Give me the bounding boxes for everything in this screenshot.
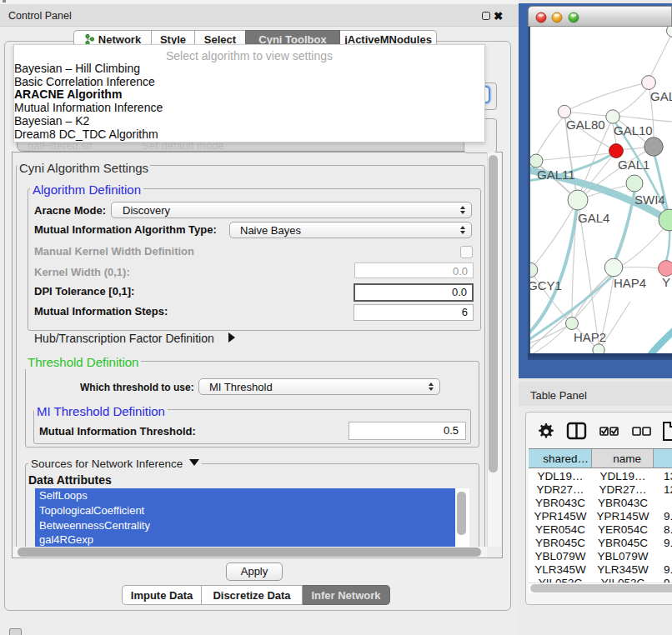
svg-text:GAL10: GAL10 xyxy=(614,123,653,138)
svg-text:GAL4: GAL4 xyxy=(578,211,609,225)
svg-text:HAP2: HAP2 xyxy=(574,330,606,344)
svg-text:GAL11: GAL11 xyxy=(537,168,575,182)
svg-text:HAP4: HAP4 xyxy=(614,276,646,290)
svg-text:Y: Y xyxy=(662,275,670,289)
svg-text:SWI4: SWI4 xyxy=(634,192,665,207)
svg-text:GCY1: GCY1 xyxy=(530,278,562,292)
svg-text:GAL: GAL xyxy=(650,89,672,103)
svg-text:GAL1: GAL1 xyxy=(618,158,649,172)
svg-text:GAL80: GAL80 xyxy=(566,118,605,132)
